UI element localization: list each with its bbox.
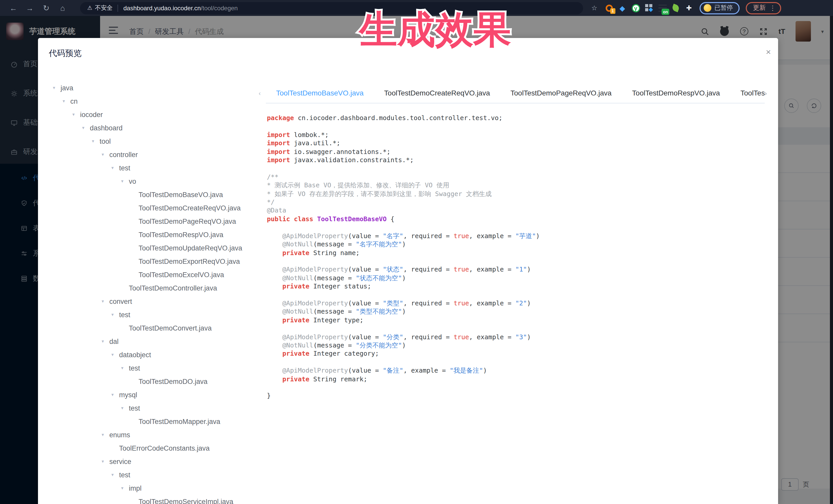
- tree-expand-icon[interactable]: ▾: [111, 165, 119, 170]
- tree-folder-node[interactable]: ▾test: [48, 161, 264, 174]
- extension-leaf-icon[interactable]: [671, 4, 680, 12]
- tree-expand-icon[interactable]: ▾: [121, 178, 129, 184]
- tree-node-label: ToolTestDemoExportReqVO.java: [139, 257, 240, 265]
- tree-file-node[interactable]: ToolTestDemoExcelVO.java: [48, 268, 264, 281]
- code-line: [267, 358, 775, 367]
- tree-node-label: ToolErrorCodeConstants.java: [119, 444, 210, 452]
- update-label: 更新: [753, 4, 766, 12]
- code-line: [267, 383, 775, 392]
- tree-node-label: ToolTestDemoExcelVO.java: [139, 271, 224, 279]
- code-line: import javax.validation.constraints.*;: [267, 156, 775, 165]
- tree-file-node[interactable]: ToolTestDemoRespVO.java: [48, 228, 264, 241]
- tabs-scroll-right-icon[interactable]: ›: [765, 90, 772, 97]
- tree-folder-node[interactable]: ▾java: [48, 81, 264, 94]
- code-line: @NotNull(message = "状态不能为空"): [267, 274, 775, 282]
- tree-node-label: vo: [129, 177, 136, 185]
- tree-node-label: mysql: [119, 391, 137, 399]
- code-line: private Integer category;: [267, 350, 775, 358]
- browser-reload-icon[interactable]: ↻: [38, 3, 54, 13]
- tree-expand-icon[interactable]: ▾: [102, 339, 109, 344]
- file-tab-0[interactable]: ToolTestDemoBaseVO.java: [276, 89, 364, 104]
- tree-expand-icon[interactable]: ▾: [111, 472, 119, 477]
- tree-folder-node[interactable]: ▾test: [48, 401, 264, 415]
- tree-folder-node[interactable]: ▾test: [48, 468, 264, 481]
- close-icon[interactable]: ×: [766, 47, 771, 57]
- tree-expand-icon[interactable]: ▾: [102, 299, 109, 304]
- address-bar[interactable]: ⚠ 不安全 dashboard.yudao.iocoder.cn /tool/c…: [80, 2, 583, 14]
- code-line: @ApiModelProperty(value = "名字", required…: [267, 232, 775, 240]
- tree-folder-node[interactable]: ▾test: [48, 308, 264, 321]
- extension-gem-icon[interactable]: ◆: [618, 4, 627, 12]
- tree-file-node[interactable]: ToolTestDemoServiceImpl.java: [48, 495, 264, 504]
- tabs-scroll-left-icon[interactable]: ‹: [259, 90, 266, 97]
- tree-folder-node[interactable]: ▾dashboard: [48, 121, 264, 135]
- browser-scrollbar[interactable]: [830, 16, 833, 504]
- tree-folder-node[interactable]: ▾enums: [48, 428, 264, 441]
- tree-expand-icon[interactable]: ▾: [121, 485, 129, 491]
- extension-orange-icon[interactable]: 1: [604, 4, 613, 12]
- tree-expand-icon[interactable]: ▾: [102, 459, 109, 464]
- tree-file-node[interactable]: ToolTestDemoUpdateReqVO.java: [48, 241, 264, 255]
- tree-file-node[interactable]: ToolTestDemoMapper.java: [48, 415, 264, 428]
- tree-file-node[interactable]: ToolTestDemoExportReqVO.java: [48, 255, 264, 268]
- extensions-puzzle-icon[interactable]: ✚: [685, 4, 693, 12]
- bookmark-star-icon[interactable]: ☆: [588, 4, 600, 12]
- tree-folder-node[interactable]: ▾test: [48, 361, 264, 375]
- tree-expand-icon[interactable]: ▾: [82, 125, 90, 130]
- tree-node-label: convert: [109, 297, 132, 305]
- tree-folder-node[interactable]: ▾convert: [48, 295, 264, 308]
- tree-folder-node[interactable]: ▾dataobject: [48, 348, 264, 361]
- code-line: import io.swagger.annotations.*;: [267, 148, 775, 156]
- extension-y-icon[interactable]: y: [631, 4, 640, 12]
- browser-update-button[interactable]: 更新 ⋮: [746, 2, 781, 14]
- tree-folder-node[interactable]: ▾cn: [48, 94, 264, 108]
- browser-home-icon[interactable]: ⌂: [54, 4, 71, 12]
- dialog-title: 代码预览: [49, 48, 81, 59]
- tree-file-node[interactable]: ToolTestDemoDO.java: [48, 375, 264, 388]
- file-tabs-bar: ‹ ToolTestDemoBaseVO.javaToolTestDemoCre…: [259, 83, 772, 104]
- tree-file-node[interactable]: ToolTestDemoConvert.java: [48, 321, 264, 335]
- tree-file-node[interactable]: ToolErrorCodeConstants.java: [48, 441, 264, 455]
- tree-file-node[interactable]: ToolTestDemoController.java: [48, 281, 264, 295]
- tree-expand-icon[interactable]: ▾: [63, 99, 70, 104]
- tree-expand-icon[interactable]: ▾: [53, 85, 61, 90]
- tree-folder-node[interactable]: ▾impl: [48, 481, 264, 495]
- tree-folder-node[interactable]: ▾tool: [48, 135, 264, 148]
- tree-folder-node[interactable]: ▾vo: [48, 174, 264, 188]
- tree-expand-icon[interactable]: ▾: [121, 365, 129, 370]
- tree-expand-icon[interactable]: ▾: [111, 352, 119, 357]
- tree-folder-node[interactable]: ▾service: [48, 455, 264, 468]
- tree-file-node[interactable]: ToolTestDemoBaseVO.java: [48, 188, 264, 201]
- code-view[interactable]: package cn.iocoder.dashboard.modules.too…: [267, 114, 775, 504]
- code-preview-dialog: 代码预览 × ▾java▾cn▾iocoder▾dashboard▾tool▾c…: [38, 38, 778, 504]
- browser-forward-icon[interactable]: →: [22, 4, 38, 12]
- code-line: @ApiModelProperty(value = "类型", required…: [267, 299, 775, 308]
- tree-expand-icon[interactable]: ▾: [102, 152, 109, 157]
- file-tab-1[interactable]: ToolTestDemoCreateReqVO.java: [384, 89, 490, 103]
- tree-folder-node[interactable]: ▾mysql: [48, 388, 264, 401]
- file-tab-3[interactable]: ToolTestDemoRespVO.java: [632, 89, 720, 103]
- code-line: [267, 165, 775, 173]
- browser-menu-dots-icon[interactable]: ⋮: [769, 4, 776, 12]
- browser-back-icon[interactable]: ←: [5, 4, 22, 12]
- tree-expand-icon[interactable]: ▾: [92, 139, 100, 144]
- file-tab-4[interactable]: ToolTestDemoUpdateReqVO.java: [740, 89, 765, 103]
- tree-file-node[interactable]: ToolTestDemoCreateReqVO.java: [48, 201, 264, 215]
- tree-folder-node[interactable]: ▾controller: [48, 148, 264, 161]
- code-line: }: [267, 392, 775, 400]
- file-tab-2[interactable]: ToolTestDemoPageReqVO.java: [510, 89, 612, 103]
- extensions-area: 1 ◆ y on ✚: [604, 4, 693, 12]
- extension-list-icon[interactable]: on: [658, 4, 667, 12]
- profile-paused-chip[interactable]: 已暂停: [699, 2, 740, 14]
- tree-expand-icon[interactable]: ▾: [72, 112, 80, 117]
- extension-squares-icon[interactable]: [645, 4, 653, 12]
- tree-expand-icon[interactable]: ▾: [102, 432, 109, 437]
- tree-file-node[interactable]: ToolTestDemoPageReqVO.java: [48, 215, 264, 228]
- tree-expand-icon[interactable]: ▾: [111, 392, 119, 397]
- tree-expand-icon[interactable]: ▾: [121, 405, 129, 411]
- security-label[interactable]: 不安全: [95, 4, 113, 12]
- tree-folder-node[interactable]: ▾iocoder: [48, 108, 264, 121]
- tree-folder-node[interactable]: ▾dal: [48, 335, 264, 348]
- tree-expand-icon[interactable]: ▾: [111, 312, 119, 317]
- tree-node-label: test: [129, 364, 140, 372]
